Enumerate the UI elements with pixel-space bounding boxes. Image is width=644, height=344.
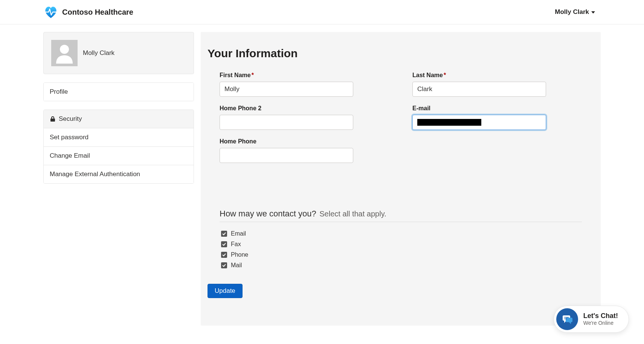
contact-section-header: How may we contact you? Select all that … <box>220 209 582 222</box>
sidebar-item-label: Manage External Authentication <box>50 170 140 178</box>
sidebar-item-label: Change Email <box>50 152 90 159</box>
chat-status: We're Online <box>583 320 618 326</box>
label-home-phone-2: Home Phone 2 <box>220 105 389 112</box>
contact-question: How may we contact you? <box>220 209 316 218</box>
label-home-phone: Home Phone <box>220 138 389 145</box>
sidebar: Molly Clark Profile Security Set passwor… <box>43 32 194 192</box>
brand: Contoso Healthcare <box>43 5 133 20</box>
form-group-last-name: Last Name* <box>412 72 582 97</box>
label-first-name: First Name* <box>220 72 389 79</box>
user-menu-dropdown[interactable]: Molly Clark <box>555 8 595 16</box>
lock-icon <box>50 116 56 122</box>
checkbox-label: Phone <box>231 251 248 258</box>
checkbox-label: Email <box>231 230 246 237</box>
last-name-input[interactable] <box>412 82 546 97</box>
form-row-1: First Name* Home Phone 2 Home Phone Last… <box>208 72 594 171</box>
caret-down-icon <box>591 11 595 14</box>
first-name-input[interactable] <box>220 82 353 97</box>
chat-icon <box>556 308 578 330</box>
sidebar-security-label: Security <box>59 115 82 123</box>
sidebar-item-label: Set password <box>50 134 89 141</box>
contact-checkbox-email[interactable]: Email <box>221 230 582 237</box>
checkbox-label: Mail <box>231 262 242 269</box>
heart-logo-icon <box>43 5 58 20</box>
main-panel: Your Information First Name* Home Phone … <box>201 32 601 326</box>
email-input[interactable] <box>412 115 546 130</box>
svg-rect-2 <box>566 318 572 322</box>
sidebar-security-header: Security <box>44 110 194 128</box>
app-header: Contoso Healthcare Molly Clark <box>0 0 644 24</box>
avatar-placeholder-icon <box>53 42 76 64</box>
contact-checkbox-mail[interactable]: Mail <box>221 262 582 269</box>
checkbox-label: Fax <box>231 241 241 248</box>
sidebar-user-name: Molly Clark <box>83 49 114 57</box>
page-body: Molly Clark Profile Security Set passwor… <box>0 24 644 341</box>
checkbox-icon <box>221 231 227 237</box>
form-group-email: E-mail <box>412 105 582 130</box>
checkbox-icon <box>221 241 227 247</box>
redacted-email-value <box>417 119 481 126</box>
label-email: E-mail <box>412 105 582 112</box>
required-asterisk: * <box>444 72 446 78</box>
page-title: Your Information <box>208 47 594 60</box>
contact-checkbox-list: Email Fax Phone Mail <box>208 222 594 269</box>
contact-checkbox-fax[interactable]: Fax <box>221 241 582 248</box>
sidebar-item-label: Profile <box>50 88 68 95</box>
home-phone-input[interactable] <box>220 148 353 163</box>
avatar <box>51 40 78 66</box>
contact-subtext: Select all that apply. <box>319 210 386 218</box>
sidebar-nav-security: Security Set password Change Email Manag… <box>43 110 194 184</box>
contact-checkbox-phone[interactable]: Phone <box>221 251 582 258</box>
home-phone-2-input[interactable] <box>220 115 353 130</box>
chat-text: Let's Chat! We're Online <box>583 312 618 326</box>
update-button[interactable]: Update <box>208 284 243 298</box>
brand-name: Contoso Healthcare <box>62 8 133 17</box>
form-group-home-phone: Home Phone <box>220 138 389 163</box>
checkbox-icon <box>221 252 227 258</box>
required-asterisk: * <box>252 72 254 78</box>
chat-widget[interactable]: Let's Chat! We're Online <box>554 306 629 333</box>
form-group-first-name: First Name* <box>220 72 389 97</box>
checkbox-icon <box>221 262 227 268</box>
sidebar-item-profile[interactable]: Profile <box>44 83 194 101</box>
sidebar-item-set-password[interactable]: Set password <box>44 128 194 146</box>
svg-point-0 <box>60 45 69 54</box>
chat-title: Let's Chat! <box>583 312 618 320</box>
sidebar-user-card: Molly Clark <box>43 32 194 74</box>
sidebar-item-manage-external-auth[interactable]: Manage External Authentication <box>44 165 194 183</box>
label-last-name: Last Name* <box>412 72 582 79</box>
form-group-home-phone-2: Home Phone 2 <box>220 105 389 130</box>
user-menu-name: Molly Clark <box>555 8 589 16</box>
sidebar-item-change-email[interactable]: Change Email <box>44 146 194 165</box>
sidebar-nav-general: Profile <box>43 82 194 101</box>
